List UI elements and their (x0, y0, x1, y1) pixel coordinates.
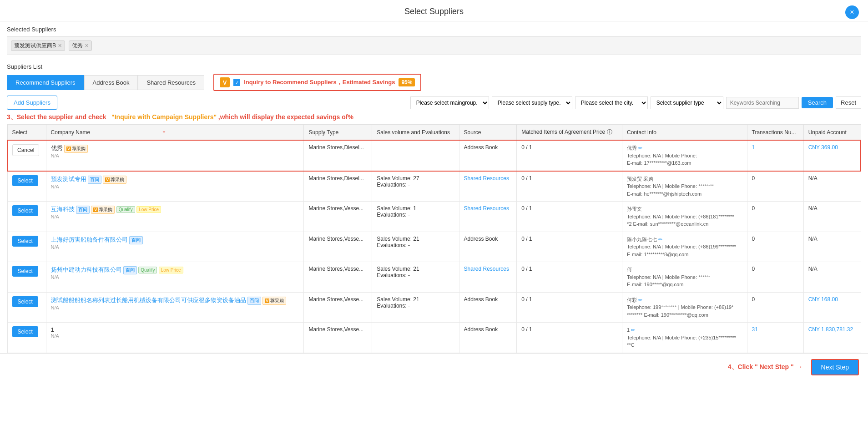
supplier-type-select[interactable]: Select supplier type (651, 96, 723, 109)
select-button-row3[interactable]: Select (12, 205, 38, 216)
td-contact-row3: 孙雷文Telephone: N/A | Mobile Phone: (+86)1… (622, 202, 747, 232)
filters-right: Please select maingroup. Please select s… (410, 96, 861, 109)
select-button-row7[interactable]: Select (12, 326, 38, 337)
edit-icon-row1[interactable]: ✏ (637, 145, 642, 151)
recommend-banner[interactable]: V ✓ Inquiry to Recommend Suppliers，Estim… (213, 74, 421, 91)
unpaid-row5: N/A (808, 266, 818, 272)
td-source-row5[interactable]: Shared Resources (459, 262, 517, 293)
add-suppliers-button[interactable]: Add Suppliers (7, 96, 57, 110)
contact-email-row3: *2 E-mail: sun*********@oceanlink.cn (627, 220, 742, 228)
contact-name-row6: 何彩 ✏ (627, 296, 742, 304)
td-source-row3[interactable]: Shared Resources (459, 202, 517, 232)
tag-1[interactable]: 预发测试供应商B ✕ (11, 40, 65, 51)
next-step-arrow: ← (798, 362, 807, 372)
modal-title: Select Suppliers (404, 7, 464, 16)
next-step-button[interactable]: Next Step (811, 359, 859, 375)
td-transactions-row3: 0 (747, 202, 803, 232)
source-row2[interactable]: Shared Resources (464, 175, 509, 182)
td-unpaid-row1[interactable]: CNY 369.00 (803, 140, 861, 171)
table-row: Select1N/AMarine Stores,Vesse...Address … (7, 323, 861, 353)
source-row7: Address Book (464, 326, 498, 333)
th-matched: Matched Items of Agreement Price ⓘ (517, 125, 622, 141)
edit-icon-row4[interactable]: ✏ (657, 237, 662, 242)
select-button-row6[interactable]: Select (12, 296, 38, 307)
td-unpaid-row5: N/A (803, 262, 861, 293)
td-matched-row2: 0 / 1 (517, 171, 622, 202)
edit-icon-row7[interactable]: ✏ (630, 327, 635, 333)
td-unpaid-row3: N/A (803, 202, 861, 232)
tab-recommend-suppliers[interactable]: Recommend Suppliers (7, 75, 84, 90)
edit-icon-row6[interactable]: ✏ (637, 297, 642, 303)
badge: 百问 (75, 206, 90, 212)
td-source-row7: Address Book (459, 323, 517, 353)
na-text-row2: N/A (51, 184, 299, 189)
tag-1-close[interactable]: ✕ (58, 43, 62, 49)
td-select-row1: Cancel (7, 140, 46, 171)
tag-1-name: 预发测试供应商B (14, 42, 56, 50)
tag-2-close[interactable]: ✕ (85, 43, 89, 49)
td-supply-row3: Marine Stores,Vesse... (304, 202, 372, 232)
maingroup-select[interactable]: Please select maingroup. (410, 96, 489, 109)
close-button[interactable]: × (845, 5, 859, 19)
down-arrow-indicator: ↓ (161, 123, 167, 135)
reset-button[interactable]: Reset (836, 96, 861, 109)
td-company-row6: 测试船船船船名称列表过长船用机械设备有限公司可供应很多物资设备油品 百问 V荐采… (46, 292, 304, 323)
search-button[interactable]: Search (802, 97, 833, 108)
td-company-row4: 上海好厉害船舶备件有限公司 百问N/A (46, 232, 304, 262)
badge: V荐采购 (101, 176, 126, 182)
td-sales-row6: Sales Volume: 21Evaluations: - (372, 292, 459, 323)
source-row3[interactable]: Shared Resources (464, 205, 509, 212)
th-unpaid: Unpaid Account (803, 125, 861, 141)
tag-2[interactable]: 优秀 ✕ (69, 40, 92, 51)
td-contact-row7: 1 ✏Telephone: N/A | Mobile Phone: (+235)… (622, 323, 747, 353)
badge: Low Price (135, 206, 161, 212)
company-name-row6: 测试船船船船名称列表过长船用机械设备有限公司可供应很多物资设备油品 (51, 297, 246, 304)
contact-name-row5: 何 (627, 266, 742, 273)
td-source-row6: Address Book (459, 292, 517, 323)
source-row5[interactable]: Shared Resources (464, 266, 509, 272)
unpaid-row7[interactable]: CNY 1,830,781.32 (808, 326, 853, 333)
keyword-search-input[interactable] (726, 97, 799, 109)
contact-email-row5: E-mail: 190*****@qq.com (627, 281, 742, 288)
td-select-row3: Select (7, 202, 46, 232)
modal-header: Select Suppliers × (0, 0, 868, 21)
contact-tel-row3: Telephone: N/A | Mobile Phone: (+86)181*… (627, 213, 742, 221)
td-supply-row2: Marine Stores,Diesel... (304, 171, 372, 202)
v-icon: V (220, 77, 230, 87)
contact-tel-row5: Telephone: N/A | Mobile Phone: ****** (627, 273, 742, 281)
transactions-row2: 0 (752, 175, 755, 182)
toolbar-row: Add Suppliers Please select maingroup. P… (7, 96, 861, 110)
supply-type-select[interactable]: Please select supply type. (492, 96, 572, 109)
tab-address-book[interactable]: Address Book (84, 75, 138, 90)
td-unpaid-row6[interactable]: CNY 168.00 (803, 292, 861, 323)
suppliers-list-section: Suppliers List Recommend Suppliers Addre… (0, 60, 868, 353)
unpaid-row3: N/A (808, 205, 818, 212)
td-transactions-row6: 0 (747, 292, 803, 323)
modal-container: Select Suppliers × Selected Suppliers 预发… (0, 0, 868, 425)
td-contact-row2: 预发贸 采购Telephone: N/A | Mobile Phone: ***… (622, 171, 747, 202)
city-select[interactable]: Please select the city. (575, 96, 648, 109)
select-button-row5[interactable]: Select (12, 266, 38, 277)
td-unpaid-row4: N/A (803, 232, 861, 262)
transactions-row7[interactable]: 31 (752, 326, 758, 333)
checkbox-blue[interactable]: ✓ (233, 79, 240, 86)
table-row: Select互海科技 百问 V荐采购 Qualify Low PriceN/AM… (7, 202, 861, 232)
company-name-row1: 优秀 (51, 145, 63, 152)
contact-email-row1: E-mail: 17*********@163.com (627, 159, 742, 167)
unpaid-row6[interactable]: CNY 168.00 (808, 296, 838, 303)
td-transactions-row1[interactable]: 1 (747, 140, 803, 171)
td-supply-row5: Marine Stores,Vesse... (304, 262, 372, 293)
td-unpaid-row7[interactable]: CNY 1,830,781.32 (803, 323, 861, 353)
td-sales-row1 (372, 140, 459, 171)
contact-name-row7: 1 ✏ (627, 326, 742, 334)
tab-shared-resources[interactable]: Shared Resources (138, 75, 204, 90)
cancel-button-row1[interactable]: Cancel (12, 144, 39, 156)
td-source-row2[interactable]: Shared Resources (459, 171, 517, 202)
select-button-row2[interactable]: Select (12, 175, 38, 186)
transactions-row1[interactable]: 1 (752, 144, 755, 151)
unpaid-row1[interactable]: CNY 369.00 (808, 144, 838, 151)
td-transactions-row7[interactable]: 31 (747, 323, 803, 353)
na-text-row5: N/A (51, 274, 299, 280)
select-button-row4[interactable]: Select (12, 236, 38, 247)
na-text-row7: N/A (51, 333, 299, 339)
